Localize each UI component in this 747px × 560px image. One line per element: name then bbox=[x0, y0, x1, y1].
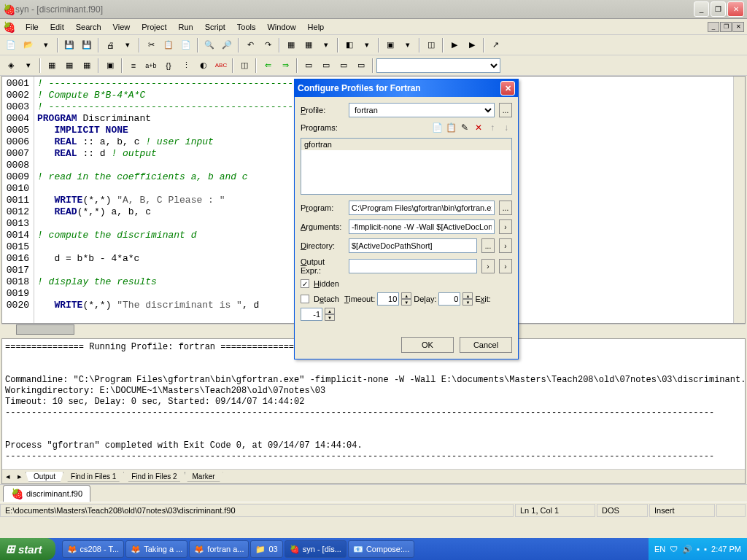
taskbar-item[interactable]: 📁03 bbox=[250, 540, 282, 558]
tb2-h[interactable]: {} bbox=[160, 58, 177, 74]
save-all-button[interactable]: 💾 bbox=[79, 37, 95, 53]
tb2-l[interactable]: ◫ bbox=[236, 58, 252, 74]
lang-indicator[interactable]: EN bbox=[654, 545, 665, 553]
program-up-icon[interactable]: ↑ bbox=[487, 122, 498, 133]
tray-icon-4[interactable]: ▪ bbox=[704, 545, 707, 553]
tray-icon-2[interactable]: 🔊 bbox=[682, 545, 692, 554]
tray-icon-3[interactable]: ▪ bbox=[697, 545, 700, 553]
clock[interactable]: 2:47 PM bbox=[711, 545, 741, 553]
open-dropdown[interactable]: ▾ bbox=[38, 37, 54, 53]
program-input[interactable] bbox=[349, 201, 495, 215]
timeout-spinner[interactable]: ▲▼ bbox=[401, 292, 411, 306]
tool-a-button[interactable]: ▦ bbox=[283, 37, 299, 53]
menu-file[interactable]: File bbox=[20, 21, 44, 33]
tb2-n[interactable]: ⇒ bbox=[277, 58, 293, 74]
menu-tools[interactable]: Tools bbox=[231, 21, 262, 33]
otab-prev[interactable]: ◂ bbox=[2, 472, 14, 481]
hidden-checkbox[interactable]: ✓ bbox=[301, 279, 309, 288]
profile-select[interactable]: fortran bbox=[349, 103, 495, 117]
menu-script[interactable]: Script bbox=[199, 21, 231, 33]
tb2-f[interactable]: ≡ bbox=[125, 58, 142, 74]
taskbar-item[interactable]: 🦊fortran a... bbox=[189, 540, 249, 558]
menu-window[interactable]: Window bbox=[261, 21, 301, 33]
paste-button[interactable]: 📄 bbox=[178, 37, 194, 53]
menu-help[interactable]: Help bbox=[302, 21, 330, 33]
close-button[interactable]: ✕ bbox=[727, 1, 744, 17]
print-button[interactable]: 🖨 bbox=[102, 37, 118, 53]
exit-input[interactable] bbox=[301, 308, 322, 321]
arguments-input[interactable] bbox=[349, 219, 495, 234]
outputexpr-more1-button[interactable]: › bbox=[481, 259, 495, 273]
tb2-b[interactable]: ▦ bbox=[44, 58, 60, 74]
program-new-icon[interactable]: 📄 bbox=[431, 122, 443, 133]
tb2-p[interactable]: ▭ bbox=[318, 58, 334, 74]
output-tab-find-in-files-2[interactable]: Find in Files 2 bbox=[123, 472, 185, 482]
outputexpr-more2-button[interactable]: › bbox=[499, 259, 512, 273]
output-tab-find-in-files-1[interactable]: Find in Files 1 bbox=[63, 472, 124, 482]
taskbar-item[interactable]: 🦊cs208 - T... bbox=[62, 540, 125, 558]
taskbar-item[interactable]: 🍓syn - [dis... bbox=[285, 540, 347, 558]
cut-button[interactable]: ✂ bbox=[143, 37, 159, 53]
print-dropdown[interactable]: ▾ bbox=[120, 37, 136, 53]
ok-button[interactable]: OK bbox=[401, 337, 454, 353]
tb2-a-dd[interactable]: ▾ bbox=[20, 58, 36, 74]
combo-selector[interactable] bbox=[376, 58, 500, 73]
timeout-input[interactable] bbox=[377, 292, 399, 306]
menu-view[interactable]: View bbox=[107, 21, 136, 33]
tb2-m[interactable]: ⇐ bbox=[260, 58, 276, 74]
program-delete-icon[interactable]: ✕ bbox=[473, 122, 484, 133]
taskbar-item[interactable]: 📧Compose:... bbox=[348, 540, 414, 558]
mdi-minimize-button[interactable]: _ bbox=[708, 22, 719, 32]
find-button[interactable]: 🔍 bbox=[201, 37, 217, 53]
document-tab[interactable]: 🍓 discriminant.f90 bbox=[3, 485, 90, 502]
tool-d-dropdown[interactable]: ▾ bbox=[359, 37, 375, 53]
exit-spinner[interactable]: ▲▼ bbox=[325, 308, 335, 321]
tb2-d[interactable]: ▦ bbox=[79, 58, 95, 74]
tool-e-dropdown[interactable]: ▾ bbox=[400, 37, 416, 53]
undo-button[interactable]: ↶ bbox=[242, 37, 258, 53]
directory-more-button[interactable]: › bbox=[499, 238, 512, 253]
tb2-o[interactable]: ▭ bbox=[301, 58, 317, 74]
delay-spinner[interactable]: ▲▼ bbox=[462, 292, 473, 306]
goto-button[interactable]: ↗ bbox=[487, 37, 503, 53]
arguments-more-button[interactable]: › bbox=[499, 219, 512, 234]
outputexpr-input[interactable] bbox=[349, 259, 477, 273]
program-edit-icon[interactable]: ✎ bbox=[459, 122, 471, 133]
directory-browse-button[interactable]: ... bbox=[481, 238, 495, 253]
tb2-k[interactable]: ABC bbox=[213, 58, 229, 74]
tb2-c[interactable]: ▦ bbox=[61, 58, 77, 74]
tool-f-button[interactable]: ◫ bbox=[423, 37, 439, 53]
detach-checkbox[interactable] bbox=[301, 295, 309, 303]
tool-c-button[interactable]: ▾ bbox=[318, 37, 334, 53]
delay-input[interactable] bbox=[438, 292, 460, 306]
run-button[interactable]: ▶ bbox=[446, 37, 462, 53]
open-button[interactable]: 📂 bbox=[20, 37, 36, 53]
redo-button[interactable]: ↷ bbox=[260, 37, 276, 53]
tb2-r[interactable]: ▭ bbox=[353, 58, 369, 74]
find-next-button[interactable]: 🔎 bbox=[219, 37, 235, 53]
tool-e-button[interactable]: ▣ bbox=[382, 37, 398, 53]
save-button[interactable]: 💾 bbox=[61, 37, 77, 53]
menu-search[interactable]: Search bbox=[70, 21, 107, 33]
output-tab-marker[interactable]: Marker bbox=[185, 472, 223, 482]
tb2-q[interactable]: ▭ bbox=[336, 58, 352, 74]
menu-project[interactable]: Project bbox=[136, 21, 172, 33]
output-tab-output[interactable]: Output bbox=[26, 472, 63, 482]
new-button[interactable]: 📄 bbox=[3, 37, 19, 53]
programs-list-item[interactable]: gfortran bbox=[301, 139, 511, 150]
menu-run[interactable]: Run bbox=[172, 21, 198, 33]
dialog-titlebar[interactable]: Configure Profiles for Fortran ✕ bbox=[295, 79, 518, 97]
tb2-i[interactable]: ⋮ bbox=[178, 58, 194, 74]
tb2-j[interactable]: ◐ bbox=[196, 58, 212, 74]
program-down-icon[interactable]: ↓ bbox=[500, 122, 512, 133]
profile-browse-button[interactable]: ... bbox=[499, 103, 512, 117]
menu-edit[interactable]: Edit bbox=[44, 21, 70, 33]
programs-list[interactable]: gfortran bbox=[301, 138, 512, 195]
directory-input[interactable] bbox=[349, 238, 477, 253]
mdi-restore-button[interactable]: ❐ bbox=[720, 22, 732, 32]
tray-icon-1[interactable]: 🛡 bbox=[670, 545, 678, 553]
tb2-g[interactable]: a+b bbox=[143, 58, 159, 74]
dialog-close-button[interactable]: ✕ bbox=[500, 81, 515, 96]
tool-d-button[interactable]: ◧ bbox=[341, 37, 357, 53]
tb2-a[interactable]: ◈ bbox=[3, 58, 19, 74]
